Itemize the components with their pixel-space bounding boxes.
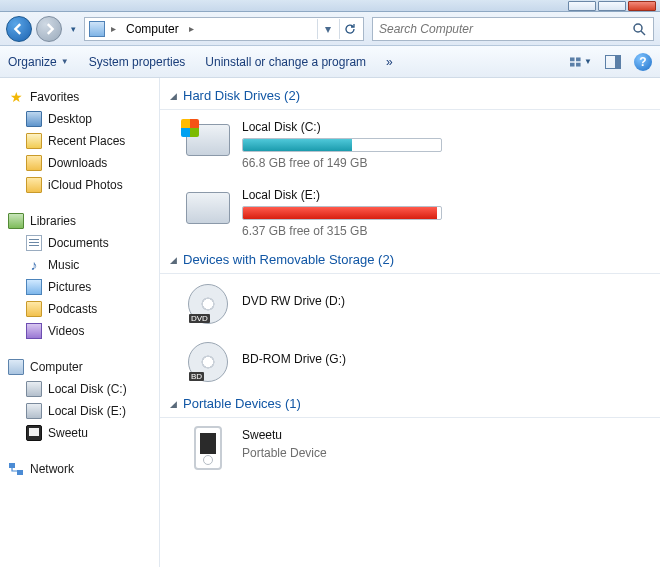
pictures-icon: [26, 279, 42, 295]
content-pane: ◢ Hard Disk Drives (2) Local Disk (C:) 6…: [160, 78, 660, 567]
sidebar-item-desktop[interactable]: Desktop: [4, 108, 155, 130]
sidebar-group-network[interactable]: Network: [4, 458, 155, 480]
drive-name: BD-ROM Drive (G:): [242, 352, 582, 366]
drive-name: DVD RW Drive (D:): [242, 294, 582, 308]
view-options-button[interactable]: ▼: [570, 51, 592, 73]
minimize-button[interactable]: [568, 1, 596, 11]
sidebar-item-videos[interactable]: Videos: [4, 320, 155, 342]
arrow-left-icon: [13, 23, 25, 35]
drive-free-space: 66.8 GB free of 149 GB: [242, 156, 582, 170]
breadcrumb-location[interactable]: Computer: [122, 22, 183, 36]
sidebar-group-libraries[interactable]: Libraries: [4, 210, 155, 232]
organize-menu[interactable]: Organize ▼: [8, 55, 69, 69]
device-sweetu[interactable]: Sweetu Portable Device: [170, 420, 650, 478]
drive-name: Local Disk (E:): [242, 188, 582, 202]
help-button[interactable]: ?: [634, 53, 652, 71]
star-icon: ★: [8, 89, 24, 105]
sidebar-item-local-disk-e[interactable]: Local Disk (E:): [4, 400, 155, 422]
music-icon: ♪: [26, 257, 42, 273]
chevron-down-icon: ▼: [584, 57, 592, 66]
videos-icon: [26, 323, 42, 339]
command-bar: Organize ▼ System properties Uninstall o…: [0, 46, 660, 78]
sidebar-item-podcasts[interactable]: Podcasts: [4, 298, 155, 320]
sidebar-item-documents[interactable]: Documents: [4, 232, 155, 254]
sidebar-item-recent-places[interactable]: Recent Places: [4, 130, 155, 152]
search-input[interactable]: [379, 22, 625, 36]
sidebar-item-local-disk-c[interactable]: Local Disk (C:): [4, 378, 155, 400]
sidebar-item-pictures[interactable]: Pictures: [4, 276, 155, 298]
address-dropdown[interactable]: ▾: [317, 19, 337, 39]
back-button[interactable]: [6, 16, 32, 42]
maximize-button[interactable]: [598, 1, 626, 11]
optical-drive-icon: DVD: [188, 284, 228, 324]
disk-icon: [26, 381, 42, 397]
drive-dvd-rw[interactable]: DVD DVD RW Drive (D:): [170, 276, 650, 334]
sidebar-group-computer[interactable]: Computer: [4, 356, 155, 378]
search-box[interactable]: [372, 17, 654, 41]
separator: [160, 109, 660, 110]
chevron-right-icon[interactable]: ▸: [109, 23, 118, 34]
svg-rect-4: [576, 62, 581, 66]
portable-device-icon: [194, 426, 222, 470]
libraries-icon: [8, 213, 24, 229]
computer-icon: [89, 21, 105, 37]
svg-rect-7: [9, 463, 15, 468]
close-button[interactable]: [628, 1, 656, 11]
folder-icon: [26, 155, 42, 171]
network-icon: [8, 461, 24, 477]
chevron-down-icon: ▼: [61, 57, 69, 66]
navigation-pane: ★ Favorites Desktop Recent Places Downlo…: [0, 78, 160, 567]
collapse-icon: ◢: [170, 399, 177, 409]
svg-rect-1: [570, 57, 575, 61]
computer-icon: [8, 359, 24, 375]
drive-local-disk-c[interactable]: Local Disk (C:) 66.8 GB free of 149 GB: [170, 112, 650, 180]
recent-places-icon: [26, 133, 42, 149]
search-icon: [631, 21, 647, 37]
phone-icon: [26, 425, 42, 441]
capacity-bar: [242, 138, 442, 152]
hard-drive-icon: [186, 192, 230, 224]
organize-label: Organize: [8, 55, 57, 69]
drive-name: Local Disk (C:): [242, 120, 582, 134]
collapse-icon: ◢: [170, 91, 177, 101]
refresh-icon: [344, 23, 356, 35]
svg-rect-2: [576, 57, 581, 61]
folder-icon: [26, 301, 42, 317]
history-dropdown[interactable]: ▾: [66, 18, 80, 40]
separator: [160, 273, 660, 274]
device-name: Sweetu: [242, 428, 582, 442]
toolbar-overflow[interactable]: »: [386, 55, 393, 69]
sidebar-item-sweetu[interactable]: Sweetu: [4, 422, 155, 444]
sidebar-group-favorites[interactable]: ★ Favorites: [4, 86, 155, 108]
svg-point-0: [634, 24, 642, 32]
uninstall-button[interactable]: Uninstall or change a program: [205, 55, 366, 69]
drive-local-disk-e[interactable]: Local Disk (E:) 6.37 GB free of 315 GB: [170, 180, 650, 248]
svg-rect-6: [615, 56, 620, 68]
view-icon: [570, 55, 582, 69]
hard-drive-icon: [186, 124, 230, 156]
category-removable-storage[interactable]: ◢ Devices with Removable Storage (2): [170, 248, 650, 271]
svg-rect-3: [570, 62, 575, 66]
sidebar-item-downloads[interactable]: Downloads: [4, 152, 155, 174]
category-portable-devices[interactable]: ◢ Portable Devices (1): [170, 392, 650, 415]
navigation-bar: ▾ ▸ Computer ▸ ▾: [0, 12, 660, 46]
disk-icon: [26, 403, 42, 419]
address-bar[interactable]: ▸ Computer ▸ ▾: [84, 17, 364, 41]
document-icon: [26, 235, 42, 251]
sidebar-item-music[interactable]: ♪ Music: [4, 254, 155, 276]
folder-icon: [26, 177, 42, 193]
desktop-icon: [26, 111, 42, 127]
preview-pane-icon: [605, 55, 621, 69]
preview-pane-button[interactable]: [602, 51, 624, 73]
device-type: Portable Device: [242, 446, 582, 460]
collapse-icon: ◢: [170, 255, 177, 265]
arrow-right-icon: [43, 23, 55, 35]
category-hard-disk-drives[interactable]: ◢ Hard Disk Drives (2): [170, 84, 650, 107]
sidebar-item-icloud-photos[interactable]: iCloud Photos: [4, 174, 155, 196]
system-properties-button[interactable]: System properties: [89, 55, 186, 69]
chevron-right-icon[interactable]: ▸: [187, 23, 196, 34]
refresh-button[interactable]: [339, 19, 359, 39]
drive-bd-rom[interactable]: BD BD-ROM Drive (G:): [170, 334, 650, 392]
capacity-bar: [242, 206, 442, 220]
forward-button[interactable]: [36, 16, 62, 42]
